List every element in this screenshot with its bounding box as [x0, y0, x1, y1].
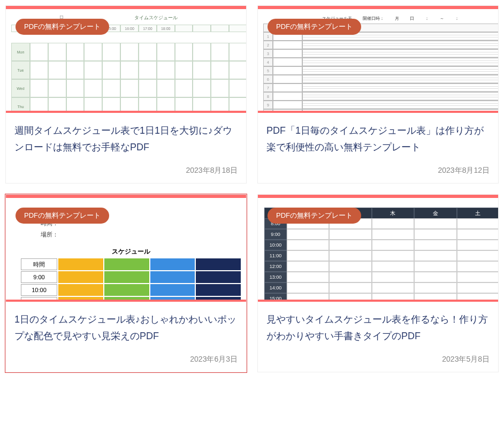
- card-body: 1日のタイムスケジュール表♪おしゃれかわいいポップな配色で見やすい見栄えのPDF…: [6, 302, 246, 372]
- thumb-color-schedule: 時間： 場所： スケジュール 時間9:0010:00: [21, 219, 241, 302]
- card-date: 2023年6月3日: [14, 355, 238, 364]
- category-badge[interactable]: PDFの無料テンプレート: [268, 208, 361, 224]
- card-date: 2023年8月18日: [14, 166, 238, 175]
- thumbnail: PDFの無料テンプレート 水木金土8:009:0010:0011:0012:00…: [258, 195, 498, 302]
- card-grid: PDFの無料テンプレート 日 タイムスケジュール 12:0012:3013:00…: [5, 5, 499, 372]
- card-title[interactable]: 見やすいタイムスケジュール表を作るなら！作り方がわかりやすい手書きタイプのPDF: [266, 311, 490, 344]
- category-badge[interactable]: PDFの無料テンプレート: [16, 208, 109, 224]
- template-card[interactable]: PDFの無料テンプレート 水木金土8:009:0010:0011:0012:00…: [257, 194, 499, 372]
- header-label: 日: [410, 16, 414, 21]
- sched-title: スケジュール: [21, 247, 241, 256]
- card-body: 見やすいタイムスケジュール表を作るなら！作り方がわかりやすい手書きタイプのPDF…: [258, 302, 498, 372]
- header-label: ：: [425, 16, 429, 21]
- category-badge[interactable]: PDFの無料テンプレート: [268, 19, 361, 35]
- card-date: 2023年5月8日: [266, 355, 490, 364]
- category-badge[interactable]: PDFの無料テンプレート: [16, 19, 109, 35]
- card-date: 2023年8月12日: [266, 166, 490, 175]
- template-card[interactable]: PDFの無料テンプレート スケジュール表 開催日時： 月 日 ： ～ ： 123…: [257, 5, 499, 184]
- card-body: PDF「1日毎のタイムスケジュール表」は作り方が楽で利便性の高い無料テンプレート…: [258, 113, 498, 183]
- thumbnail: PDFの無料テンプレート スケジュール表 開催日時： 月 日 ： ～ ： 123…: [258, 6, 498, 113]
- card-body: 週間タイムスケジュール表で1日1日を大切に♪ダウンロードは無料でお手軽なPDF …: [6, 113, 246, 183]
- template-card[interactable]: PDFの無料テンプレート 日 タイムスケジュール 12:0012:3013:00…: [5, 5, 247, 184]
- template-card[interactable]: PDFの無料テンプレート 時間： 場所： スケジュール 時間9:0010:00 …: [5, 194, 247, 372]
- header-label: ：: [455, 16, 459, 21]
- field-place: 場所：: [32, 231, 241, 239]
- card-title[interactable]: PDF「1日毎のタイムスケジュール表」は作り方が楽で利便性の高い無料テンプレート: [266, 123, 490, 155]
- thumbnail: PDFの無料テンプレート 日 タイムスケジュール 12:0012:3013:00…: [6, 6, 246, 113]
- card-title[interactable]: 週間タイムスケジュール表で1日1日を大切に♪ダウンロードは無料でお手軽なPDF: [14, 123, 238, 155]
- card-title[interactable]: 1日のタイムスケジュール表♪おしゃれかわいいポップな配色で見やすい見栄えのPDF: [14, 311, 238, 344]
- header-label: ～: [440, 16, 444, 21]
- header-label: 月: [395, 16, 399, 21]
- header-label: 開催日時：: [363, 16, 384, 21]
- thumbnail: PDFの無料テンプレート 時間： 場所： スケジュール 時間9:0010:00: [6, 195, 246, 302]
